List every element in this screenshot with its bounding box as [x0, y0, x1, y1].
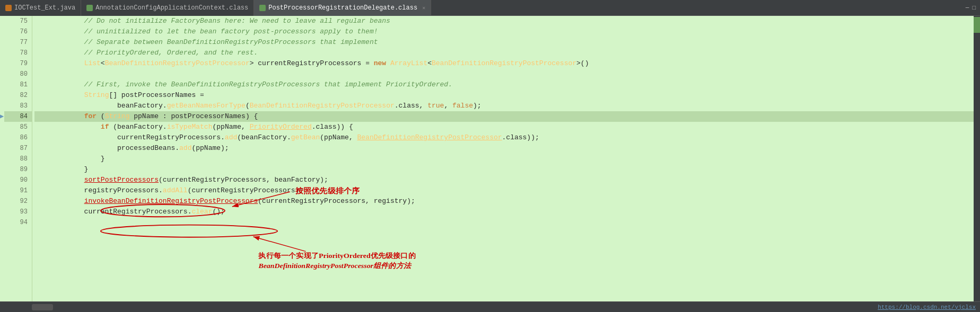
line-row-82: 82 — [4, 90, 32, 101]
bool-false: false — [452, 102, 473, 110]
line-num-94: 94 — [4, 217, 32, 228]
line-row-81: 81 — [4, 79, 32, 90]
line-num-91: 91 — [4, 185, 32, 196]
code-line-83: beanFactory.getBeanNamesForType(BeanDefi… — [34, 101, 974, 111]
line-num-89: 89 — [4, 164, 32, 175]
line-num-82: 82 — [4, 90, 32, 101]
type-string: String — [105, 112, 130, 120]
line-row-87: 87 — [4, 143, 32, 154]
tab-annotationconfig[interactable]: AnnotationConfigApplicationContext.class — [81, 0, 254, 16]
method-sortPostProcessors: sortPostProcessors — [84, 176, 159, 184]
code-line-81: // First, invoke the BeanDefinitionRegis… — [34, 79, 974, 90]
line-row-85: 85 — [4, 122, 32, 132]
code-line-85: if (beanFactory.isTypeMatch(ppName, Prio… — [34, 122, 974, 132]
line-num-85: 85 — [4, 122, 32, 132]
line-num-87: 87 — [4, 143, 32, 154]
line-num-84: 84 — [4, 111, 32, 122]
code-line-93: currentRegistryProcessors.clear(); — [34, 207, 974, 217]
type-list: List — [84, 59, 101, 67]
comment-76: // uninitialized to let the bean factory… — [34, 28, 378, 35]
scrollbar-thumb[interactable] — [974, 17, 980, 33]
line-row-79: 79 — [4, 58, 32, 69]
code-line-82: String[] postProcessorNames = — [34, 90, 974, 101]
type-arraylist: ArrayList — [390, 59, 427, 67]
tab-ioctest[interactable]: IOCTest_Ext.java — [0, 0, 81, 16]
kw-if: if — [101, 123, 109, 131]
method-getBean: getBean — [291, 133, 320, 141]
line-num-78: 78 — [4, 48, 32, 58]
line-row-76: 76 — [4, 26, 32, 37]
line-row-91: 91 — [4, 185, 32, 196]
line-num-76: 76 — [4, 26, 32, 37]
left-indicator: ▶ — [0, 16, 4, 301]
line-num-90: 90 — [4, 175, 32, 185]
line-num-79: 79 — [4, 58, 32, 69]
code-line-86: currentRegistryProcessors.add(beanFactor… — [34, 132, 974, 143]
bool-true: true — [427, 102, 444, 110]
code-line-79: List<BeanDefinitionRegistryPostProcessor… — [34, 58, 974, 69]
editor-body: ▶ 75 76 77 78 79 80 81 82 83 84 85 86 8 — [0, 16, 980, 301]
annotation-invoke-line2: BeanDefinitionRegistryPostProcessor组件的方法 — [258, 262, 412, 270]
java-file-icon — [5, 5, 12, 11]
horizontal-scrollbar-thumb[interactable] — [32, 304, 53, 310]
line-numbers-gutter: 75 76 77 78 79 80 81 82 83 84 85 86 87 8… — [4, 16, 32, 301]
type-bdrpp-class: BeanDefinitionRegistryPostProcessor — [250, 102, 395, 110]
horizontal-scrollbar[interactable] — [0, 302, 878, 312]
line-numbers-list: 75 76 77 78 79 80 81 82 83 84 85 86 87 8… — [4, 16, 32, 228]
tab-label-annotationconfig: AnnotationConfigApplicationContext.class — [95, 4, 248, 12]
type-bdrpp-86: BeanDefinitionRegistryPostProcessor — [357, 133, 502, 141]
source-link[interactable]: https://blog.csdn.net/yjclsx — [878, 304, 980, 310]
tab-bar: IOCTest_Ext.java AnnotationConfigApplica… — [0, 0, 980, 16]
code-line-92: invokeBeanDefinitionRegistryPostProcesso… — [34, 196, 974, 207]
code-content-area[interactable]: // Do not initialize FactoryBeans here: … — [32, 16, 974, 301]
tab-close-button[interactable]: ✕ — [422, 5, 425, 11]
line-row-75: 75 — [4, 16, 32, 26]
code-line-84: for (String ppName : postProcessorNames)… — [34, 111, 974, 122]
line-row-92: 92 — [4, 196, 32, 207]
code-editor: ▶ 75 76 77 78 79 80 81 82 83 84 85 86 8 — [0, 16, 980, 301]
comment-81: // First, invoke the BeanDefinitionRegis… — [34, 81, 452, 88]
maximize-icon[interactable]: □ — [972, 5, 976, 11]
class-file-icon-2 — [259, 5, 266, 11]
line-num-83: 83 — [4, 101, 32, 111]
type-bdrpp2: BeanDefinitionRegistryPostProcessor — [432, 59, 576, 67]
line-num-80: 80 — [4, 69, 32, 79]
kw-new: new — [374, 59, 386, 67]
code-line-75: // Do not initialize FactoryBeans here: … — [34, 16, 974, 26]
code-line-88: } — [34, 154, 974, 164]
bottom-bar: https://blog.csdn.net/yjclsx — [0, 301, 980, 312]
kw-for: for — [84, 112, 97, 120]
code-line-76: // uninitialized to let the bean factory… — [34, 26, 974, 37]
method-getBeanNamesForType: getBeanNamesForType — [167, 102, 246, 110]
tab-label-postprocessor: PostProcessorRegistrationDelegate.class — [268, 4, 417, 12]
method-add-86: add — [225, 133, 237, 141]
comment-75: // Do not initialize FactoryBeans here: … — [34, 17, 390, 25]
line-row-77: 77 — [4, 37, 32, 48]
minimize-icon[interactable]: ─ — [966, 5, 969, 11]
code-line-78: // PriorityOrdered, Ordered, and the res… — [34, 48, 974, 58]
code-lines: // Do not initialize FactoryBeans here: … — [32, 16, 974, 228]
comment-78: // PriorityOrdered, Ordered, and the res… — [34, 49, 258, 57]
editor-container: IOCTest_Ext.java AnnotationConfigApplica… — [0, 0, 980, 312]
line-row-80: 80 — [4, 69, 32, 79]
line-num-93: 93 — [4, 207, 32, 217]
window-controls: ─ □ — [961, 5, 980, 11]
code-line-89: } — [34, 164, 974, 175]
tab-label-ioctest: IOCTest_Ext.java — [14, 4, 75, 12]
line-row-83: 83 — [4, 101, 32, 111]
right-scrollbar[interactable] — [974, 16, 980, 301]
execution-arrow: ▶ — [0, 111, 4, 122]
line-row-90: 90 — [4, 175, 32, 185]
code-line-90: sortPostProcessors(currentRegistryProces… — [34, 175, 974, 185]
line-row-93: 93 — [4, 207, 32, 217]
method-isTypeMatch: isTypeMatch — [167, 123, 213, 131]
type-bdrpp: BeanDefinitionRegistryPostProcessor — [105, 59, 250, 67]
method-add-87: add — [179, 144, 191, 152]
line-num-75: 75 — [4, 16, 32, 26]
line-row-89: 89 — [4, 164, 32, 175]
tab-postprocessor[interactable]: PostProcessorRegistrationDelegate.class … — [254, 0, 431, 16]
line-num-81: 81 — [4, 79, 32, 90]
code-line-77: // Separate between BeanDefinitionRegist… — [34, 37, 974, 48]
line-row-78: 78 — [4, 48, 32, 58]
code-line-80 — [34, 69, 974, 79]
